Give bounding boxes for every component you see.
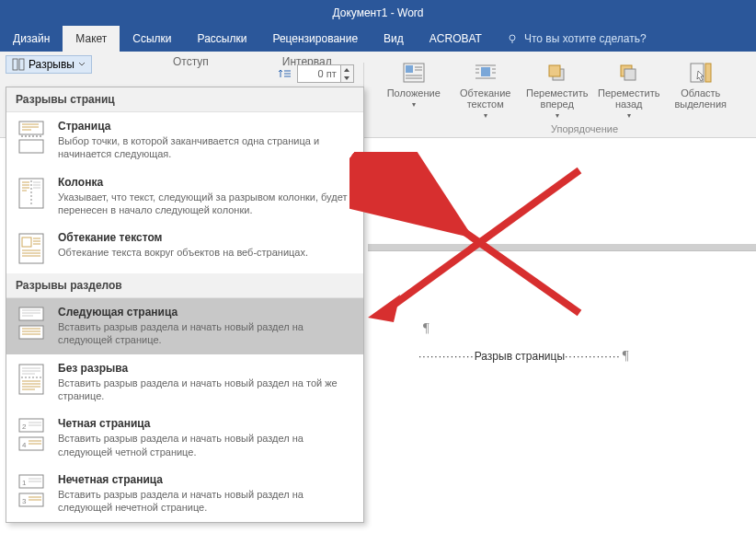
break-page-item[interactable]: Страница Выбор точки, в которой заканчив… (6, 112, 363, 168)
svg-text:4: 4 (22, 441, 27, 449)
section-odd-page-icon: 13 (16, 473, 47, 508)
bring-forward-button[interactable]: Переместить вперед ▾ (524, 61, 590, 121)
bulb-icon (506, 32, 519, 45)
title-bar: Документ1 - Word (0, 0, 756, 26)
section-even-page-item[interactable]: 24 Четная страница Вставить разрыв разде… (6, 410, 363, 466)
svg-rect-10 (481, 67, 490, 76)
chevron-down-icon (78, 61, 86, 68)
svg-rect-30 (19, 326, 43, 339)
spacing-before-input[interactable]: 0 пт (297, 64, 341, 83)
svg-rect-24 (19, 140, 43, 153)
spacing-before-down[interactable] (341, 74, 353, 82)
svg-rect-22 (705, 64, 711, 82)
page-2 (368, 250, 756, 425)
break-column-item[interactable]: Колонка Указывает, что текст, следующий … (6, 168, 363, 225)
chevron-down-icon: ▾ (556, 112, 559, 121)
break-text-wrap-icon (16, 231, 47, 266)
section-breaks-header: Разрывы разделов (6, 273, 363, 298)
svg-text:3: 3 (22, 497, 27, 505)
section-continuous-icon (16, 362, 47, 397)
paragraph-mark: ¶ (423, 320, 430, 336)
svg-rect-18 (549, 65, 560, 76)
ribbon-tabs: Дизайн Макет Ссылки Рассылки Рецензирова… (0, 26, 756, 52)
tab-acrobat[interactable]: ACROBAT (417, 26, 495, 52)
section-odd-page-item[interactable]: 13 Нечетная страница Вставить разрыв раз… (6, 466, 363, 522)
tab-design[interactable]: Дизайн (0, 26, 63, 52)
chevron-down-icon: ▾ (627, 112, 631, 121)
tell-me-search[interactable]: Что вы хотите сделать? (506, 26, 647, 52)
chevron-down-icon: ▾ (484, 112, 487, 121)
breaks-dropdown-button[interactable]: Разрывы (6, 55, 92, 74)
svg-rect-23 (19, 122, 43, 134)
svg-text:1: 1 (22, 479, 27, 487)
document-area[interactable]: ¶ ·············· Разрыв страницы ·······… (368, 140, 756, 533)
spacing-before-icon (277, 66, 293, 81)
breaks-dropdown-menu: Разрывы страниц Страница Выбор точки, в … (6, 87, 364, 523)
send-backward-icon (616, 61, 642, 85)
svg-rect-20 (624, 69, 636, 80)
break-text-wrap-item[interactable]: Обтекание текстом Обтекание текста вокру… (6, 224, 363, 273)
position-button[interactable]: Положение ▾ (381, 61, 447, 110)
tab-links[interactable]: Ссылки (120, 26, 184, 52)
break-column-icon (16, 176, 47, 211)
tab-mailings[interactable]: Рассылки (185, 26, 260, 52)
wrap-text-button[interactable]: Обтекание текстом ▾ (452, 61, 519, 121)
section-next-page-item[interactable]: Следующая страница Вставить разрыв разде… (6, 298, 363, 354)
svg-rect-2 (13, 59, 17, 70)
section-continuous-item[interactable]: Без разрыва Вставить разрыв раздела и на… (6, 354, 363, 411)
selection-pane-icon (688, 61, 714, 85)
break-page-icon (16, 120, 47, 155)
section-next-page-icon (16, 306, 47, 341)
arrange-group-label: Упорядочение (551, 123, 618, 134)
chevron-down-icon: ▾ (412, 101, 416, 110)
svg-text:2: 2 (22, 423, 27, 431)
breaks-icon (12, 58, 25, 71)
spacing-before-up[interactable] (341, 65, 353, 74)
window-title: Документ1 - Word (332, 6, 423, 19)
selection-pane-button[interactable]: Область выделения (668, 61, 734, 110)
send-backward-button[interactable]: Переместить назад ▾ (596, 61, 662, 121)
spacing-before-row: 0 пт (277, 64, 354, 83)
svg-point-0 (510, 35, 515, 41)
page-breaks-header: Разрывы страниц (6, 87, 363, 112)
section-even-page-icon: 24 (16, 417, 47, 452)
tab-view[interactable]: Вид (371, 26, 417, 52)
svg-rect-5 (406, 65, 413, 73)
page-gap (368, 244, 756, 250)
position-icon (401, 61, 427, 85)
tab-review[interactable]: Рецензирование (259, 26, 371, 52)
svg-rect-3 (19, 59, 24, 70)
page-break-indicator: ·············· Разрыв страницы ·········… (418, 348, 629, 364)
tab-layout[interactable]: Макет (63, 26, 120, 52)
wrap-text-icon (473, 61, 498, 85)
svg-rect-29 (19, 307, 43, 320)
bring-forward-icon (544, 61, 570, 85)
